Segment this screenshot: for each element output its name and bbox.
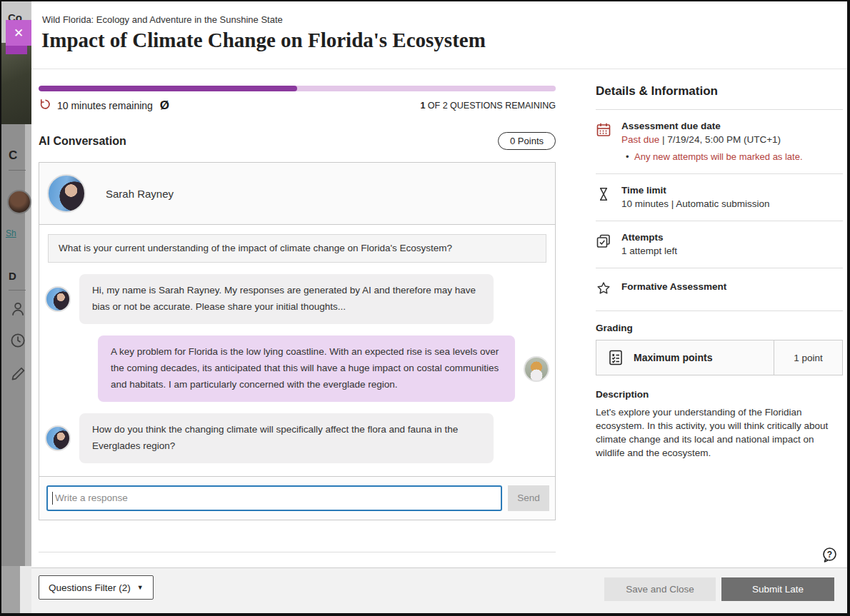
assessment-panel: Wild Florida: Ecology and Adventure in t… [31, 1, 847, 613]
ai-message-bubble: How do you think the changing climate wi… [79, 413, 494, 463]
send-button[interactable]: Send [508, 485, 549, 511]
background-section-label: C [9, 148, 17, 163]
questions-remaining-text: OF 2 QUESTIONS REMAINING [425, 101, 556, 111]
chevron-down-icon: ▼ [137, 584, 144, 591]
points-badge: 0 Points [498, 132, 556, 150]
person-icon [8, 300, 26, 318]
formative-item: Formative Assessment [596, 268, 843, 311]
background-avatar [7, 190, 31, 214]
footer-bar: Questions Filter (2) ▼ Save and Close Su… [31, 567, 847, 613]
background-link: Sh [6, 228, 16, 238]
details-heading: Details & Information [596, 84, 843, 110]
star-icon [596, 279, 614, 299]
close-button[interactable]: ✕ [6, 20, 31, 46]
questions-filter-label: Questions Filter (2) [49, 582, 131, 593]
breadcrumb: Wild Florida: Ecology and Adventure in t… [42, 14, 283, 25]
help-button[interactable]: ? [819, 545, 839, 565]
agent-avatar [47, 174, 86, 213]
ai-conversation-card: Sarah Rayney What is your current unders… [39, 162, 556, 520]
timer-icon [39, 98, 51, 113]
page-title: Impact of Climate Change on Florida's Ec… [41, 29, 486, 52]
grading-box: Maximum points 1 point [596, 340, 843, 375]
ai-conversation-header: AI Conversation 0 Points [39, 132, 556, 150]
clock-icon [8, 331, 26, 350]
text-caret [52, 492, 53, 505]
submit-late-button[interactable]: Submit Late [721, 577, 834, 601]
time-limit-label: Time limit [621, 185, 770, 196]
questions-remaining-label: 1 OF 2 QUESTIONS REMAINING [420, 101, 556, 111]
progress-bar-fill [39, 86, 297, 91]
late-warning: Any new attempts will be marked as late. [621, 151, 803, 162]
response-input-wrap [46, 485, 502, 511]
conversation-question: What is your current understanding of th… [48, 234, 546, 263]
maximum-points-label: Maximum points [634, 352, 712, 363]
attempts-value: 1 attempt left [621, 246, 677, 256]
timer-row: 10 minutes remaining Ø 1 OF 2 QUESTIONS … [39, 98, 556, 113]
ai-message-bubble: Hi, my name is Sarah Rayney. My response… [79, 274, 494, 324]
close-button-shadow [6, 46, 27, 54]
assessment-overlay: Co C Sh D ✕ Wild Florida: Ec [1, 1, 847, 613]
panel-header: Wild Florida: Ecology and Adventure in t… [31, 1, 847, 69]
attempts-item: Attempts 1 attempt left [596, 221, 843, 268]
progress-bar [39, 86, 556, 91]
due-date-label: Assessment due date [621, 121, 803, 131]
description-heading: Description [596, 389, 843, 400]
time-limit-item: Time limit 10 minutes | Automatic submis… [596, 174, 843, 221]
attempts-icon [596, 232, 614, 256]
user-message-bubble: A key problem for Florida is the low lyi… [98, 335, 515, 402]
chat-body: What is your current understanding of th… [39, 225, 555, 476]
agent-name: Sarah Rayney [106, 188, 174, 200]
background-course-image [1, 43, 31, 124]
chat-input-row: Send [39, 476, 555, 520]
questions-filter-button[interactable]: Questions Filter (2) ▼ [39, 575, 154, 600]
grading-heading: Grading [596, 323, 843, 333]
maximum-points-value: 1 point [774, 340, 842, 375]
divider [9, 290, 26, 291]
background-details-label: D [9, 270, 16, 282]
response-input[interactable] [46, 485, 502, 511]
background-content: C Sh D [1, 124, 31, 566]
divider [39, 552, 556, 552]
due-divider: | [662, 134, 665, 145]
checklist-icon [606, 348, 625, 367]
time-remaining-label: 10 minutes remaining [57, 100, 153, 111]
formative-label: Formative Assessment [621, 279, 726, 292]
divider [9, 170, 26, 171]
due-datetime: 7/19/24, 5:00 PM (UTC+1) [667, 134, 781, 145]
ai-conversation-heading: AI Conversation [39, 135, 126, 148]
time-limit-value: 10 minutes | Automatic submission [621, 198, 770, 209]
background-footer [1, 566, 31, 613]
footer-actions: Save and Close Submit Late [604, 577, 834, 601]
save-and-close-button[interactable]: Save and Close [604, 577, 716, 601]
description-text: Let's explore your understanding of the … [596, 405, 843, 460]
calendar-icon [596, 121, 614, 162]
dimmed-background-page: Co C Sh D [1, 1, 31, 613]
due-status: Past due [621, 134, 659, 145]
svg-text:?: ? [827, 550, 832, 560]
grading-left: Maximum points [596, 340, 774, 375]
help-icon: ? [819, 545, 839, 565]
close-icon: ✕ [14, 26, 24, 41]
hide-timer-icon[interactable]: Ø [160, 99, 169, 111]
due-date-item: Assessment due date Past due | 7/19/24, … [596, 110, 843, 174]
agent-avatar-small [45, 425, 71, 451]
agent-avatar-small [45, 286, 71, 312]
details-sidebar: Details & Information Assessment due dat… [596, 84, 843, 460]
due-date-value: Past due | 7/19/24, 5:00 PM (UTC+1) [621, 134, 803, 145]
chat-message-ai: How do you think the changing climate wi… [45, 413, 549, 463]
assessment-content: 10 minutes remaining Ø 1 OF 2 QUESTIONS … [39, 86, 556, 589]
chat-header: Sarah Rayney [39, 163, 555, 225]
attempts-label: Attempts [621, 232, 677, 243]
hourglass-icon [596, 185, 614, 209]
pencil-icon [8, 364, 26, 383]
chat-message-ai: Hi, my name is Sarah Rayney. My response… [45, 274, 549, 324]
user-avatar [524, 356, 549, 382]
chat-message-user: A key problem for Florida is the low lyi… [45, 335, 549, 402]
